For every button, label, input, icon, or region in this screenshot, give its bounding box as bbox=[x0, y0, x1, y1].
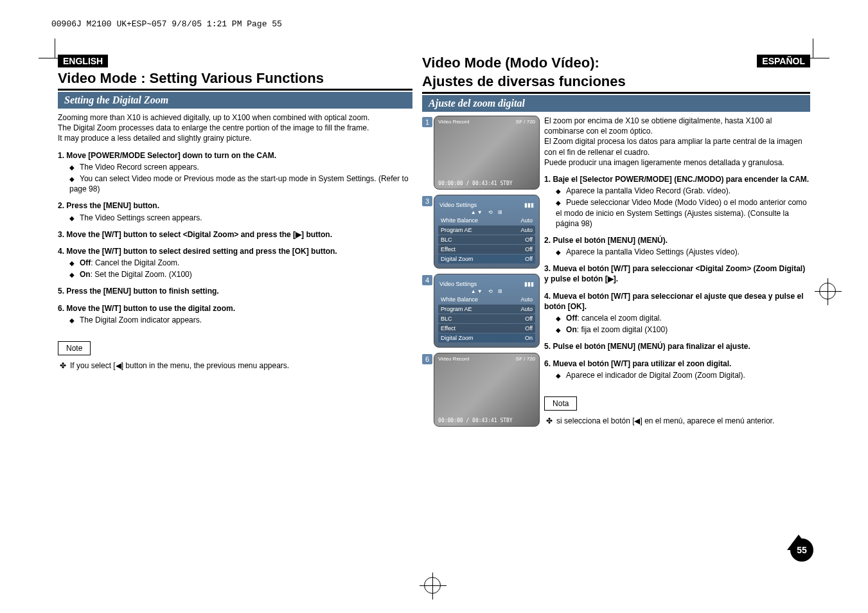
screenshot-number-3: 3 bbox=[422, 196, 432, 206]
menu-header: Video Settings▮▮▮ bbox=[438, 280, 535, 289]
steps-list-spanish: 1. Baje el [Selector POWER/MODE] (ENC./M… bbox=[544, 174, 810, 380]
intro-p2: The Digital Zoom processes data to enlar… bbox=[58, 123, 412, 133]
step-3: 3. Mueva el botón [W/T] para seleccionar… bbox=[544, 263, 810, 284]
screen-timecode: 00:00:00 / 00:43:41 STBY bbox=[438, 181, 513, 186]
step-1: 1. Baje el [Selector POWER/MODE] (ENC./M… bbox=[544, 174, 810, 229]
crop-mark bbox=[39, 58, 58, 58]
menu-row-highlighted: Digital ZoomOn bbox=[438, 333, 535, 342]
step-3: 3. Move the [W/T] button to select <Digi… bbox=[58, 229, 412, 240]
note-text-english: If you select [◀] button in the menu, th… bbox=[58, 360, 412, 371]
screenshot-number-4: 4 bbox=[422, 275, 432, 285]
step-2: 2. Pulse el botón [MENU] (MENÚ). Aparece… bbox=[544, 235, 810, 257]
screenshot-4-video-settings: Video Settings▮▮▮ ▲ ▼ ⟲ ⊞ White BalanceA… bbox=[434, 274, 540, 348]
file-header-info: 00906J M2100 UK+ESP~057 9/8/05 1:21 PM P… bbox=[51, 19, 823, 29]
screen-title: Video Record bbox=[438, 119, 469, 125]
battery-icon: ▮▮▮ bbox=[524, 202, 534, 208]
step-6: 6. Move the [W/T] button to use the digi… bbox=[58, 303, 412, 325]
step-bullet: The Video Settings screen appears. bbox=[69, 213, 412, 223]
intro-p1: Zooming more than X10 is achieved digita… bbox=[58, 112, 412, 123]
crop-mark bbox=[810, 58, 829, 58]
step-bullet: The Video Record screen appears. bbox=[69, 162, 412, 172]
intro-p3: It may produce a less detailed and sligh… bbox=[58, 133, 412, 143]
note-label-english: Note bbox=[58, 341, 91, 355]
step-4: 4. Move the [W/T] button to select desir… bbox=[58, 246, 412, 280]
menu-header: Video Settings▮▮▮ bbox=[438, 200, 535, 209]
screenshot-number-6: 6 bbox=[422, 354, 432, 364]
english-column: ENGLISH Video Mode : Setting Various Fun… bbox=[58, 55, 419, 432]
screenshot-1-video-record: Video Record SF / 720 00:00:00 / 00:43:4… bbox=[434, 116, 540, 190]
page-number-badge: 55 bbox=[790, 538, 813, 562]
steps-list-english: 1. Move [POWER/MODE Selector] down to tu… bbox=[58, 150, 412, 325]
menu-row-highlighted: Digital ZoomOff bbox=[438, 254, 535, 263]
screen-quality: SF / 720 bbox=[516, 119, 535, 125]
step-6: 6. Mueva el botón [W/T] para utilizar el… bbox=[544, 359, 810, 380]
screenshot-number-1: 1 bbox=[422, 117, 432, 127]
screenshot-6-video-record: Video Record SF / 720 00:00:00 / 00:43:4… bbox=[434, 353, 540, 427]
title-underline bbox=[58, 89, 412, 91]
section-title-english: Setting the Digital Zoom bbox=[58, 92, 412, 109]
crop-mark bbox=[813, 39, 813, 58]
step-2: 2. Press the [MENU] button. The Video Se… bbox=[58, 200, 412, 222]
language-badge-spanish: ESPAÑOL bbox=[757, 55, 810, 67]
registration-mark bbox=[819, 283, 836, 299]
intro-text-spanish: El zoom por encima de X10 se obtiene dig… bbox=[544, 116, 810, 168]
note-text-spanish: si selecciona el botón [◀] en el menú, a… bbox=[544, 416, 810, 426]
step-1: 1. Move [POWER/MODE Selector] down to tu… bbox=[58, 150, 412, 195]
title-underline bbox=[422, 92, 810, 94]
step-bullet: On: fija el zoom digital (X100) bbox=[556, 324, 810, 335]
step-bullet: Puede seleccionar Video Mode (Modo Vídeo… bbox=[556, 197, 810, 229]
intro-p2: El Zoom digital procesa los datos para a… bbox=[544, 136, 810, 157]
intro-text: Zooming more than X10 is achieved digita… bbox=[58, 112, 412, 144]
step-5: 5. Pulse el botón [MENU] (MENÚ) para fin… bbox=[544, 341, 810, 351]
step-4: 4. Mueva el botón [W/T] para seleccionar… bbox=[544, 291, 810, 335]
screenshot-3-video-settings: Video Settings▮▮▮ ▲ ▼ ⟲ ⊞ White BalanceA… bbox=[434, 195, 540, 269]
screen-timecode: 00:00:00 / 00:43:41 STBY bbox=[438, 418, 513, 423]
step-bullet: You can select Video mode or Previous mo… bbox=[69, 173, 412, 194]
main-title-spanish-l2: Ajustes de diversas funciones bbox=[422, 73, 757, 90]
step-bullet: The Digital Zoom indicator appears. bbox=[69, 315, 412, 325]
main-title-spanish-l1: Video Mode (Modo Vídeo): bbox=[422, 55, 757, 71]
main-title-english: Video Mode : Setting Various Functions bbox=[58, 70, 412, 87]
screenshots-column: 1 Video Record SF / 720 00:00:00 / 00:43… bbox=[422, 116, 541, 432]
crop-mark bbox=[55, 39, 55, 58]
registration-mark bbox=[424, 577, 441, 594]
intro-p1: El zoom por encima de X10 se obtiene dig… bbox=[544, 116, 810, 136]
section-title-spanish: Ajuste del zoom digital bbox=[422, 95, 810, 112]
step-bullet: Aparece la pantalla Video Record (Grab. … bbox=[556, 186, 810, 196]
note-label-spanish: Nota bbox=[544, 396, 577, 411]
intro-p3: Puede producir una imagen ligeramente me… bbox=[544, 157, 810, 168]
screen-title: Video Record bbox=[438, 356, 469, 362]
step-bullet: Aparece el indicador de Digital Zoom (Zo… bbox=[556, 370, 810, 380]
battery-icon: ▮▮▮ bbox=[524, 281, 534, 287]
step-bullet: Off: Cancel the Digital Zoom. bbox=[69, 258, 412, 268]
step-bullet: Aparece la pantalla Video Settings (Ajus… bbox=[556, 247, 810, 257]
language-badge-english: ENGLISH bbox=[58, 55, 108, 67]
spanish-column: Video Mode (Modo Vídeo): Ajustes de dive… bbox=[419, 55, 810, 432]
step-bullet: Off: cancela el zoom digital. bbox=[556, 313, 810, 323]
step-bullet: On: Set the Digital Zoom. (X100) bbox=[69, 269, 412, 280]
screen-quality: SF / 720 bbox=[516, 356, 535, 362]
step-5: 5. Press the [MENU] button to finish set… bbox=[58, 286, 412, 296]
